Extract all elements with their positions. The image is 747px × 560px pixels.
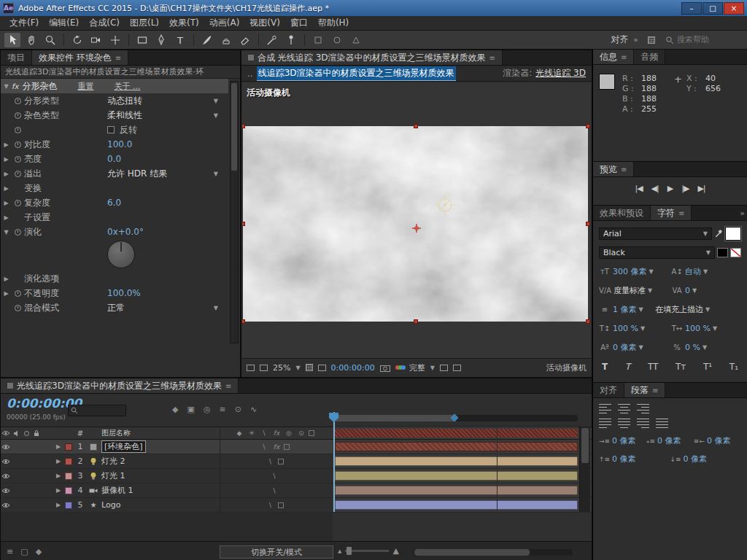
tab-align[interactable]: 对齐	[593, 383, 624, 397]
layer-name[interactable]: Logo	[100, 498, 220, 512]
tab-timeline[interactable]: 光线追踪3D渲染器中的材质设置之三维场景材质效果 ≡	[1, 378, 239, 393]
layer-name[interactable]: 灯光 2	[100, 454, 220, 468]
align-left-button[interactable]	[599, 404, 611, 413]
visibility-toggle[interactable]	[1, 440, 11, 454]
text-tool-icon[interactable]: T	[172, 33, 188, 47]
comp-name-field[interactable]: 线追踪3D渲染器中的材质设置之三维场景材质效果	[257, 66, 456, 81]
brush-tool-icon[interactable]	[199, 33, 215, 47]
camera-view-select[interactable]: 活动摄像机	[546, 362, 587, 373]
tab-info[interactable]: 信息≡	[593, 50, 634, 64]
label-color-swatch[interactable]	[65, 458, 72, 465]
stopwatch-icon[interactable]	[15, 156, 21, 163]
stopwatch-icon[interactable]	[15, 171, 21, 177]
first-line-indent-value[interactable]: 0 像素	[657, 435, 681, 446]
leading-value[interactable]: 自动	[685, 266, 701, 277]
composition-mini-flowchart-icon[interactable]: ◆	[172, 405, 178, 414]
stopwatch-icon[interactable]	[15, 127, 21, 133]
tab-preview[interactable]: 预览≡	[593, 162, 634, 176]
stopwatch-icon[interactable]	[15, 98, 21, 104]
no-color-swatch[interactable]	[730, 248, 741, 257]
menu-animation[interactable]: 动画(A)	[204, 16, 245, 30]
baseline-shift-value[interactable]: 0 像素	[613, 342, 637, 353]
label-color-swatch[interactable]	[65, 443, 72, 451]
tab-effects-presets[interactable]: 效果和预设	[593, 206, 651, 220]
fx-icon[interactable]: fx	[271, 429, 282, 437]
effects-switch[interactable]: fx	[271, 443, 282, 451]
stopwatch-icon[interactable]	[15, 141, 21, 148]
horizontal-scrollbar[interactable]	[413, 549, 573, 556]
region-of-interest-icon[interactable]	[318, 365, 326, 371]
frame-blend-icon[interactable]: ◎	[284, 429, 294, 437]
faux-bold-button[interactable]: T	[602, 362, 608, 372]
3d-switch[interactable]	[278, 502, 284, 508]
audio-toggle[interactable]	[11, 454, 21, 468]
quality-switch[interactable]: \	[266, 502, 276, 509]
audio-toggle[interactable]	[11, 469, 21, 483]
align-right-button[interactable]	[637, 404, 649, 413]
all-caps-button[interactable]: TT	[648, 362, 658, 372]
snapshot-camera-icon[interactable]	[380, 364, 390, 372]
lock-toggle[interactable]	[31, 454, 42, 468]
layer-row-4[interactable]: ▶ 4 摄像机 1 \	[1, 483, 592, 498]
fill-color-swatch[interactable]	[725, 227, 741, 241]
axis-mode-world-icon[interactable]	[329, 33, 345, 47]
transform-handle[interactable]	[586, 319, 590, 324]
workspace-overflow-icon[interactable]: »	[631, 35, 640, 44]
expander-icon[interactable]: ▶	[53, 454, 63, 468]
hide-shy-icon[interactable]: ◎	[204, 405, 211, 414]
menu-layer[interactable]: 图层(L)	[125, 16, 164, 30]
layer-row-2[interactable]: ▶ 2 灯光 2 \	[1, 454, 592, 469]
3d-switch[interactable]	[278, 459, 284, 464]
menu-view[interactable]: 视图(V)	[244, 16, 285, 30]
expander-icon[interactable]: ▶	[1, 171, 12, 177]
kerning-value[interactable]: 度量标准	[614, 285, 646, 296]
motion-blur-icon[interactable]: ⊙	[235, 405, 241, 414]
small-caps-button[interactable]: Tт	[676, 362, 686, 372]
font-style-select[interactable]: Black▼	[599, 246, 715, 259]
expander-icon[interactable]: ▼	[1, 83, 12, 90]
audio-toggle[interactable]	[11, 483, 21, 497]
tab-audio[interactable]: 音频	[634, 50, 665, 64]
zoom-slider-thumb[interactable]	[347, 547, 352, 555]
current-time-indicator[interactable]	[333, 412, 335, 512]
camera-tool-icon[interactable]	[88, 33, 104, 47]
stopwatch-icon[interactable]	[15, 200, 21, 206]
about-button[interactable]: 关于 ...	[114, 81, 140, 92]
layer-duration-bar[interactable]	[335, 456, 578, 466]
time-navigator[interactable]	[333, 415, 578, 421]
contrast-value[interactable]: 100.0	[107, 139, 132, 149]
panel-menu-icon[interactable]: ≡	[115, 54, 121, 62]
menu-file[interactable]: 文件(F)	[4, 16, 44, 30]
stopwatch-icon[interactable]	[15, 112, 21, 119]
lock-toggle[interactable]	[31, 483, 42, 497]
quality-icon[interactable]: \	[259, 429, 269, 437]
composition-viewer[interactable]: 活动摄像机	[242, 82, 591, 358]
toggle-switches-modes-button[interactable]: 切换开关/模式	[220, 545, 333, 559]
menu-help[interactable]: 帮助(H)	[313, 16, 354, 30]
point-of-interest-icon[interactable]	[412, 224, 421, 233]
panel-menu-icon[interactable]: ≡	[489, 54, 495, 62]
minimize-button[interactable]: –	[681, 2, 702, 15]
quality-switch[interactable]: \	[259, 443, 269, 451]
panel-menu-icon[interactable]: ≡	[225, 382, 231, 390]
overflow-dropdown[interactable]: 允许 HDR 结果	[107, 168, 167, 180]
zoom-slider[interactable]	[345, 550, 389, 552]
solo-toggle[interactable]	[21, 454, 31, 468]
panel-menu-icon[interactable]: ≡	[678, 209, 684, 217]
next-frame-button[interactable]: |▶	[681, 184, 689, 193]
justify-all-button[interactable]	[656, 419, 668, 428]
audio-toggle[interactable]	[11, 440, 21, 454]
fractal-type-dropdown[interactable]: 动态扭转	[107, 95, 142, 107]
renderer-button[interactable]: 光线追踪 3D	[535, 67, 586, 79]
justify-last-left-button[interactable]	[599, 419, 611, 428]
layer-name[interactable]: 灯光 1	[100, 469, 220, 483]
complexity-value[interactable]: 6.0	[107, 198, 121, 208]
draft-3d-icon[interactable]: ▣	[187, 405, 194, 414]
tab-composition[interactable]: 合成 光线追踪 3D渲染器中的材质设置之三维场景材质效果 ≡	[241, 50, 503, 65]
quality-switch[interactable]: \	[266, 458, 276, 465]
stopwatch-icon[interactable]	[15, 290, 21, 297]
menu-composition[interactable]: 合成(C)	[84, 16, 125, 30]
clone-stamp-tool-icon[interactable]	[218, 33, 234, 47]
transform-handle[interactable]	[242, 124, 245, 128]
evolution-dial[interactable]	[107, 241, 135, 268]
